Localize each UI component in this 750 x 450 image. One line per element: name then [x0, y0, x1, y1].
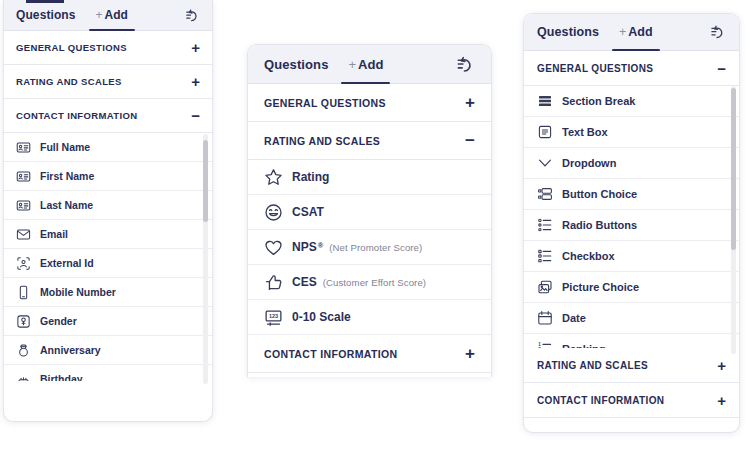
section-label: RATING AND SCALES: [16, 76, 191, 87]
expand-section-icon[interactable]: +: [191, 40, 200, 55]
question-type-label-group: First Name: [40, 170, 94, 182]
section-header-general-questions[interactable]: GENERAL QUESTIONS−: [524, 51, 739, 86]
question-type-mobile-number[interactable]: Mobile Number: [4, 278, 212, 307]
section-break-icon: [537, 93, 553, 109]
add-question-tab[interactable]: +Add: [96, 0, 128, 30]
question-type-label: Date: [562, 312, 586, 324]
envelope-icon: [16, 227, 31, 242]
scrollbar-thumb[interactable]: [203, 140, 208, 222]
question-type-last-name[interactable]: Last Name: [4, 191, 212, 220]
question-type-sublabel: (Customer Effort Score): [323, 277, 426, 288]
question-type-label: Last Name: [40, 199, 93, 211]
registered-mark: ®: [318, 241, 323, 250]
question-type-label: NPS: [292, 240, 317, 254]
question-type-label: Email: [40, 228, 68, 240]
section-label: CONTACT INFORMATION: [537, 395, 717, 406]
add-tab-label: Add: [105, 8, 128, 22]
section-header-contact-information[interactable]: CONTACT INFORMATION+: [524, 383, 739, 418]
question-type-csat[interactable]: CSAT: [248, 195, 491, 230]
button-choice-icon: [537, 186, 553, 202]
question-type-label: 0-10 Scale: [292, 310, 351, 324]
question-type-radio-buttons[interactable]: Radio Buttons: [524, 210, 739, 241]
list-undo-icon[interactable]: [456, 55, 475, 74]
question-type-full-name[interactable]: Full Name: [4, 133, 212, 162]
list-undo-icon[interactable]: [710, 24, 726, 40]
gender-icon: [16, 314, 31, 329]
question-type-checkbox[interactable]: Checkbox: [524, 241, 739, 272]
svg-text:2: 2: [538, 347, 541, 348]
question-type-label-group: Email: [40, 228, 68, 240]
mobile-icon: [16, 285, 31, 300]
expand-section-icon[interactable]: +: [465, 94, 475, 111]
question-type-email[interactable]: Email: [4, 220, 212, 249]
questions-tab[interactable]: Questions: [264, 57, 328, 72]
plus-icon: +: [619, 25, 626, 39]
expand-section-icon[interactable]: +: [717, 393, 726, 408]
question-type-label: Full Name: [40, 141, 90, 153]
question-type-ranking[interactable]: 123Ranking: [524, 334, 739, 348]
question-type-picture-choice[interactable]: Picture Choice: [524, 272, 739, 303]
add-question-tab[interactable]: +Add: [619, 14, 653, 50]
expand-section-icon[interactable]: +: [191, 74, 200, 89]
id-card-icon: [16, 169, 31, 184]
section-header-rating-and-scales[interactable]: RATING AND SCALES+: [524, 348, 739, 383]
question-type-label: Rating: [292, 170, 329, 184]
section-header-contact-information[interactable]: CONTACT INFORMATION+: [248, 335, 491, 373]
heart-icon: [264, 238, 283, 257]
section-header-general-questions[interactable]: GENERAL QUESTIONS+: [4, 31, 212, 65]
collapse-section-icon[interactable]: −: [465, 132, 475, 149]
question-type-dropdown[interactable]: Dropdown: [524, 148, 739, 179]
panel-header: Questions+Add: [4, 0, 212, 31]
question-type-label-group: Date: [562, 312, 586, 324]
svg-text:123: 123: [269, 313, 278, 319]
question-type-text-box[interactable]: Text Box: [524, 117, 739, 148]
question-type-label-group: Radio Buttons: [562, 219, 637, 231]
question-type-label-group: Mobile Number: [40, 286, 116, 298]
collapse-section-icon[interactable]: −: [717, 61, 726, 76]
question-type-nps[interactable]: NPS®(Net Promoter Score): [248, 230, 491, 265]
id-card-icon: [16, 198, 31, 213]
section-header-general-questions[interactable]: GENERAL QUESTIONS+: [248, 84, 491, 122]
question-type-rating[interactable]: Rating: [248, 160, 491, 195]
list-undo-icon[interactable]: [185, 8, 200, 23]
add-question-tab[interactable]: +Add: [348, 45, 383, 83]
question-type-first-name[interactable]: First Name: [4, 162, 212, 191]
section-header-contact-information[interactable]: CONTACT INFORMATION−: [4, 99, 212, 133]
section-header-rating-and-scales[interactable]: RATING AND SCALES+: [4, 65, 212, 99]
dropdown-icon: [537, 155, 553, 171]
external-id-icon: [16, 256, 31, 271]
question-type-sublabel: (Net Promoter Score): [329, 242, 422, 253]
question-type-gender[interactable]: Gender: [4, 307, 212, 336]
plus-icon: +: [96, 8, 103, 22]
section-label: GENERAL QUESTIONS: [16, 42, 191, 53]
question-type-0-10-scale[interactable]: 1230-10 Scale: [248, 300, 491, 335]
question-type-section-break[interactable]: Section Break: [524, 86, 739, 117]
section-header-rating-and-scales[interactable]: RATING AND SCALES−: [248, 122, 491, 160]
question-type-label: Section Break: [562, 95, 635, 107]
numeric-scale-icon: 123: [264, 308, 283, 327]
section-label: GENERAL QUESTIONS: [264, 97, 465, 109]
questions-tab[interactable]: Questions: [537, 25, 599, 39]
cake-icon: [16, 372, 31, 382]
question-type-label: Button Choice: [562, 188, 637, 200]
text-box-icon: [537, 124, 553, 140]
scrollbar-thumb[interactable]: [731, 88, 736, 250]
collapse-section-icon[interactable]: −: [191, 108, 200, 123]
questions-tab[interactable]: Questions: [16, 8, 76, 22]
ring-icon: [16, 343, 31, 358]
question-type-external-id[interactable]: External Id: [4, 249, 212, 278]
panel-header: Questions+Add: [248, 45, 491, 84]
question-type-birthday[interactable]: Birthday: [4, 365, 212, 381]
question-type-label-group: Full Name: [40, 141, 90, 153]
question-type-label: CSAT: [292, 205, 324, 219]
expand-section-icon[interactable]: +: [717, 358, 726, 373]
calendar-icon: [537, 310, 553, 326]
question-type-anniversary[interactable]: Anniversary: [4, 336, 212, 365]
question-type-ces[interactable]: CES(Customer Effort Score): [248, 265, 491, 300]
question-type-date[interactable]: Date: [524, 303, 739, 334]
question-type-list: Section BreakText BoxDropdownButton Choi…: [524, 86, 739, 348]
question-type-label-group: Section Break: [562, 95, 635, 107]
question-type-label: Picture Choice: [562, 281, 639, 293]
question-type-button-choice[interactable]: Button Choice: [524, 179, 739, 210]
expand-section-icon[interactable]: +: [465, 345, 475, 362]
